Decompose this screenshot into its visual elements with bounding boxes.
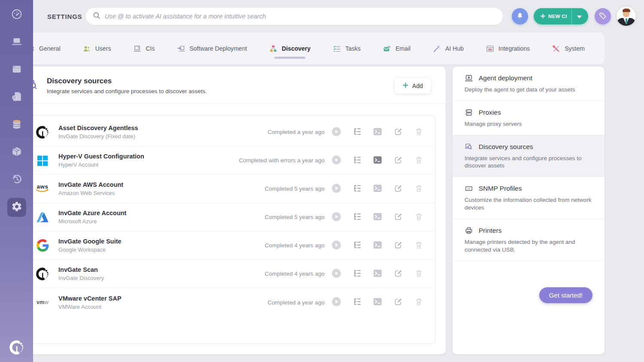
search-icon: [93, 12, 105, 21]
play-icon: [331, 155, 341, 166]
right-panel-item-agent-deployment[interactable]: Agent deploymentDeploy the agent to get …: [453, 67, 605, 101]
play-icon: [331, 212, 341, 223]
play-icon: [331, 268, 341, 280]
tab-cis[interactable]: CIs: [133, 33, 155, 64]
row-actions: [331, 240, 424, 250]
terminal-button[interactable]: [373, 155, 383, 165]
tree-view-button[interactable]: [352, 127, 362, 137]
delete-button[interactable]: [414, 127, 424, 137]
terminal-button[interactable]: [373, 269, 383, 279]
tab-ai-hub[interactable]: AI Hub: [433, 33, 464, 64]
terminal-button[interactable]: [373, 240, 383, 250]
sidebar-item-devices[interactable]: [7, 33, 26, 52]
edit-icon: [394, 297, 403, 307]
tab-tasks[interactable]: Tasks: [333, 33, 361, 64]
tree-view-button[interactable]: [352, 212, 362, 222]
envelope-icon: [383, 45, 391, 53]
source-account: InvGate Discovery: [58, 275, 104, 281]
play-icon: [331, 127, 341, 138]
tree-view-button[interactable]: [352, 240, 362, 250]
laptop-icon: [133, 45, 141, 53]
sidebar-item-dashboard[interactable]: [7, 6, 26, 24]
delete-button[interactable]: [414, 155, 424, 165]
run-button[interactable]: [331, 212, 341, 222]
notifications-button[interactable]: [512, 8, 528, 24]
tab-system[interactable]: System: [552, 33, 585, 64]
delete-button[interactable]: [414, 240, 424, 250]
terminal-button[interactable]: [373, 298, 383, 307]
run-button[interactable]: [331, 184, 341, 194]
discovery-sources-list: Asset Discovery AgentlessInvGate Discove…: [17, 115, 435, 344]
run-button[interactable]: [331, 298, 341, 307]
run-button[interactable]: [331, 240, 341, 250]
terminal-button[interactable]: [373, 184, 383, 194]
run-button[interactable]: [331, 127, 341, 137]
delete-button[interactable]: [414, 298, 424, 307]
terminal-button[interactable]: [373, 212, 383, 222]
tab-email[interactable]: Email: [383, 33, 410, 64]
right-panel-item-snmp-profiles[interactable]: 12SNMP ProfilesCustomize the information…: [453, 177, 605, 219]
rp-item-head: 12SNMP Profiles: [465, 184, 594, 193]
source-name: Hyper-V Guest Configuration: [58, 153, 144, 160]
tab-software-deployment[interactable]: Software Deployment: [177, 33, 247, 64]
discovery-sources-icon: [465, 143, 473, 151]
edit-button[interactable]: [393, 212, 403, 222]
invgate-logo: [35, 267, 50, 281]
plus-icon: [403, 82, 408, 89]
discovery-source-row: vmwVMware vCenter SAPVMWare AccountCompl…: [18, 288, 435, 316]
delete-button[interactable]: [414, 269, 424, 279]
delete-button[interactable]: [414, 212, 424, 222]
new-ci-button[interactable]: NEW CI: [534, 8, 588, 24]
user-avatar[interactable]: [617, 6, 636, 26]
right-panel-footer: Get started!: [453, 261, 605, 343]
sidebar-item-settings[interactable]: [7, 198, 26, 217]
tree-view-button[interactable]: [352, 269, 362, 279]
edit-icon: [394, 269, 403, 279]
new-ci-dropdown[interactable]: [572, 8, 587, 24]
delete-button[interactable]: [414, 184, 424, 194]
panel-header: Discovery sources Integrate services and…: [7, 67, 446, 103]
source-status: Completed with errors a year ago: [239, 157, 325, 164]
tree-view-button[interactable]: [352, 298, 362, 307]
aws-logo: aws: [35, 184, 50, 193]
right-panel-item-proxies[interactable]: ProxiesManage proxy servers: [453, 101, 605, 135]
add-button[interactable]: Add: [395, 78, 431, 94]
source-account: VMWare Account: [58, 304, 122, 310]
edit-button[interactable]: [393, 155, 403, 165]
edit-button[interactable]: [393, 269, 403, 279]
edit-button[interactable]: [393, 240, 403, 250]
get-started-button[interactable]: Get started!: [539, 287, 592, 303]
new-ci-main[interactable]: NEW CI: [534, 8, 571, 24]
source-name: Asset Discovery Agentless: [58, 125, 138, 131]
right-panel: Agent deploymentDeploy the agent to get …: [453, 67, 605, 354]
row-actions: [331, 212, 424, 222]
edit-button[interactable]: [393, 127, 403, 137]
tab-users[interactable]: Users: [83, 33, 111, 64]
sidebar-item-applications[interactable]: [7, 61, 26, 79]
run-button[interactable]: [331, 155, 341, 165]
database-icon: [11, 119, 22, 131]
tree-view-button[interactable]: [352, 155, 362, 165]
run-button[interactable]: [331, 269, 341, 279]
sidebar-item-contracts[interactable]: [7, 88, 26, 107]
rp-item-head: Agent deployment: [465, 74, 594, 82]
snmp-profiles-icon: 12: [465, 184, 473, 193]
row-text: InvGate Google SuiteGoogle Workspace: [58, 238, 122, 253]
sidebar-item-data-sources[interactable]: [7, 116, 26, 134]
tab-integrations[interactable]: Integrations: [486, 33, 530, 64]
sidebar-item-software[interactable]: [7, 143, 26, 162]
vmware-logo: vmw: [35, 299, 50, 305]
tree-icon: [352, 155, 361, 166]
tab-discovery[interactable]: Discovery: [269, 33, 310, 64]
gear-icon: [11, 201, 22, 214]
edit-button[interactable]: [393, 298, 403, 307]
tree-view-button[interactable]: [352, 184, 362, 194]
right-panel-item-discovery-sources[interactable]: Discovery sourcesIntegrate services and …: [453, 135, 605, 177]
terminal-button[interactable]: [373, 127, 383, 137]
right-panel-item-printers[interactable]: PrintersManage printers detected by the …: [453, 219, 605, 261]
edit-button[interactable]: [393, 184, 403, 194]
tags-button[interactable]: [595, 8, 611, 24]
edit-icon: [394, 127, 403, 137]
sidebar-item-history[interactable]: [7, 170, 26, 189]
search-input[interactable]: [105, 13, 496, 20]
